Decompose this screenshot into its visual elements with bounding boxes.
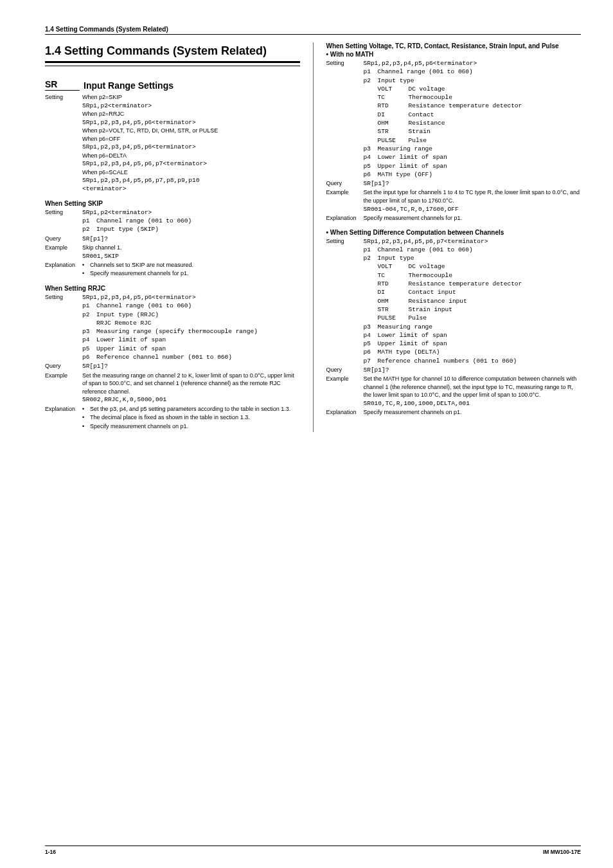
param-key: p1 <box>364 68 378 76</box>
right1-sub: • With no MATH <box>326 51 582 58</box>
param-val: Measuring range (specify thermocouple ra… <box>96 327 300 336</box>
text: The decimal place is fixed as shown in t… <box>90 413 250 422</box>
param-val: Measuring range <box>378 323 582 331</box>
code: SRp1,p2,p3,p4,p5,p6<terminator> <box>364 59 582 68</box>
type-val: Resistance <box>409 119 445 127</box>
type-key: OHM <box>378 297 409 305</box>
text: Set the input type for channels 1 to 4 t… <box>364 188 582 204</box>
type-key: TC <box>378 93 409 102</box>
param-key: p2 <box>82 311 96 319</box>
code: SRp1,p2,p3,p4,p5,p6<terminator> <box>82 118 300 127</box>
type-key: PULSE <box>378 136 409 145</box>
param-key: p1 <box>82 302 96 310</box>
param-val: Input type (SKIP) <box>96 225 300 233</box>
skip-heading: When Setting SKIP <box>45 200 300 207</box>
page-number: 1-16 <box>45 849 56 855</box>
query-label: Query <box>326 179 364 188</box>
code: <terminator> <box>82 185 300 193</box>
code: SR002,RRJC,K,0,5000,001 <box>82 395 300 404</box>
param-val: Lower limit of span <box>378 153 582 161</box>
param-key: p7 <box>364 357 378 365</box>
type-val: Resistance temperature detector <box>409 280 522 288</box>
example-label: Example <box>45 372 82 404</box>
spacer <box>82 319 96 327</box>
param-val: Channel range (001 to 060) <box>96 217 300 225</box>
param-val: Input type (RRJC) <box>96 311 300 319</box>
text: Channels set to SKIP are not measured. <box>90 261 193 269</box>
code: SR[p1]? <box>82 362 300 370</box>
type-val: Pulse <box>409 314 427 322</box>
code: SR010,TC,R,100,1000,DELTA,001 <box>364 399 582 408</box>
example-label: Example <box>326 375 364 408</box>
type-val: Resistance temperature detector <box>409 102 522 110</box>
type-val: DC voltage <box>409 85 445 93</box>
query-label: Query <box>45 235 82 243</box>
query-label: Query <box>326 366 364 374</box>
explanation-label: Explanation <box>326 408 364 417</box>
param-val: Channel range (001 to 060) <box>378 68 582 76</box>
text: Specify measurement channels for p1. <box>364 214 582 222</box>
explanation-label: Explanation <box>326 214 364 222</box>
text: Skip channel 1. <box>82 244 300 252</box>
type-key: VOLT <box>378 262 409 271</box>
param-val: Reference channel numbers (001 to 060) <box>378 357 582 365</box>
code: SR001-004,TC,R,0,17600,OFF <box>364 205 582 213</box>
type-key: STR <box>378 305 409 314</box>
type-key: PULSE <box>378 314 409 322</box>
setting-label: Setting <box>326 237 364 365</box>
explanation-label: Explanation <box>45 261 82 278</box>
code: SRp1,p2,p3,p4,p5,p6<terminator> <box>82 293 300 302</box>
type-key: VOLT <box>378 85 409 93</box>
type-key: DI <box>378 111 409 119</box>
setting-label: Setting <box>326 59 364 179</box>
param-key: p2 <box>82 225 96 233</box>
explanation-label: Explanation <box>45 405 82 431</box>
code: SRp1,p2<terminator> <box>82 208 300 217</box>
param-val: MATH type (DELTA) <box>378 348 582 356</box>
text: When p6=DELTA <box>82 152 300 160</box>
main-heading: 1.4 Setting Commands (System Related) <box>45 44 300 63</box>
code: SRp1,p2,p3,p4,p5,p6,p7,p8,p9,p10 <box>82 176 300 185</box>
param-val: Channel range (001 to 060) <box>378 246 582 254</box>
type-key: RTD <box>378 102 409 110</box>
left-column: 1.4 Setting Commands (System Related) SR… <box>45 42 300 432</box>
param-key: p3 <box>82 327 96 336</box>
param-val: Upper limit of span <box>96 345 300 353</box>
query-label: Query <box>45 362 82 370</box>
type-val: Strain <box>409 127 431 136</box>
text: When p2=VOLT, TC, RTD, DI, OHM, STR, or … <box>82 127 300 135</box>
type-key: TC <box>378 271 409 280</box>
param-val: Channel range (001 to 060) <box>96 302 300 310</box>
bullet-icon: • <box>82 405 90 413</box>
bullet-icon: • <box>82 413 90 422</box>
param-val: Lower limit of span <box>378 331 582 339</box>
param-val: Measuring range <box>378 145 582 153</box>
setting-label: Setting <box>45 293 82 361</box>
param-key: p6 <box>364 170 378 179</box>
code: SRp1,p2,p3,p4,p5,p6<terminator> <box>82 143 300 151</box>
type-val: Pulse <box>409 136 427 145</box>
right-column: When Setting Voltage, TC, RTD, Contact, … <box>326 42 582 432</box>
param-key: p6 <box>364 348 378 356</box>
param-key: p1 <box>82 217 96 225</box>
text: Specify measurement channels for p1. <box>90 269 189 278</box>
column-divider <box>313 42 314 432</box>
bullet-icon: • <box>82 422 90 431</box>
example-label: Example <box>45 244 82 260</box>
right2-title: • When Setting Difference Computation be… <box>326 229 582 236</box>
type-key: RTD <box>378 280 409 288</box>
param-key: p4 <box>364 331 378 339</box>
bullet-icon: • <box>82 261 90 269</box>
type-val: Thermocouple <box>409 93 452 102</box>
param-val: Upper limit of span <box>378 162 582 170</box>
text: When p2=SKIP <box>82 93 300 102</box>
type-key: STR <box>378 127 409 136</box>
param-key: p3 <box>364 323 378 331</box>
type-val: Thermocouple <box>409 271 452 280</box>
param-val: Input type <box>378 254 582 262</box>
type-key: OHM <box>378 119 409 127</box>
type-val: DC voltage <box>409 262 445 271</box>
param-val: Lower limit of span <box>96 336 300 344</box>
text: When p2=RRJC <box>82 110 300 118</box>
code: SR001,SKIP <box>82 252 300 260</box>
